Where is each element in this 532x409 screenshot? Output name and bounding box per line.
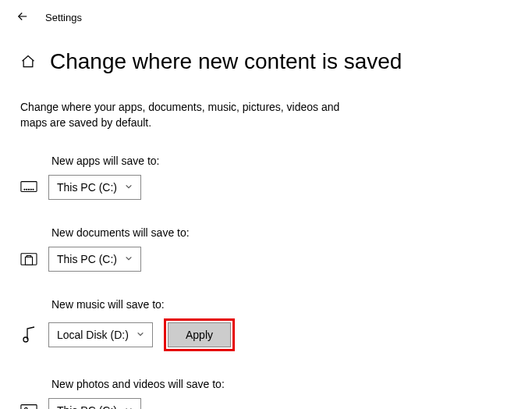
header-bar: Settings [0, 0, 532, 26]
setting-music-label: New music will save to: [51, 298, 512, 311]
svg-point-3 [28, 189, 29, 190]
svg-rect-9 [21, 404, 37, 409]
documents-dropdown-value: This PC (C:) [57, 253, 117, 265]
setting-apps: New apps will save to: This PC (C:) [20, 155, 512, 200]
chevron-down-icon [137, 330, 144, 340]
svg-point-4 [30, 189, 31, 190]
photos-dropdown-value: This PC (C:) [57, 404, 117, 409]
page-description: Change where your apps, documents, music… [20, 99, 364, 131]
photos-dropdown[interactable]: This PC (C:) [48, 398, 141, 409]
documents-icon [20, 251, 37, 268]
setting-documents-label: New documents will save to: [51, 226, 512, 239]
apps-dropdown-value: This PC (C:) [57, 181, 117, 194]
setting-photos: New photos and videos will save to: This… [20, 378, 512, 409]
apply-button[interactable]: Apply [168, 322, 231, 347]
apps-icon [20, 179, 37, 196]
setting-apps-label: New apps will save to: [51, 155, 512, 167]
chevron-down-icon [125, 183, 133, 192]
back-arrow-icon[interactable] [16, 9, 30, 26]
chevron-down-icon [125, 406, 133, 409]
app-title: Settings [45, 12, 82, 23]
apply-highlight: Apply [164, 318, 235, 351]
setting-music: New music will save to: Local Disk (D:) … [20, 298, 512, 351]
documents-dropdown[interactable]: This PC (C:) [48, 247, 141, 272]
music-dropdown[interactable]: Local Disk (D:) [48, 322, 153, 347]
home-icon[interactable] [20, 54, 36, 69]
setting-photos-label: New photos and videos will save to: [51, 378, 512, 390]
setting-documents: New documents will save to: This PC (C:) [20, 226, 512, 272]
title-row: Change where new content is saved [20, 49, 512, 74]
svg-rect-7 [25, 257, 32, 265]
photos-icon [20, 402, 37, 409]
svg-point-2 [27, 189, 27, 190]
svg-point-1 [24, 189, 25, 190]
music-icon [20, 326, 37, 343]
chevron-down-icon [125, 254, 133, 264]
music-dropdown-value: Local Disk (D:) [57, 329, 129, 341]
apps-dropdown[interactable]: This PC (C:) [48, 175, 141, 200]
svg-point-5 [33, 189, 34, 190]
page-title: Change where new content is saved [50, 49, 402, 74]
